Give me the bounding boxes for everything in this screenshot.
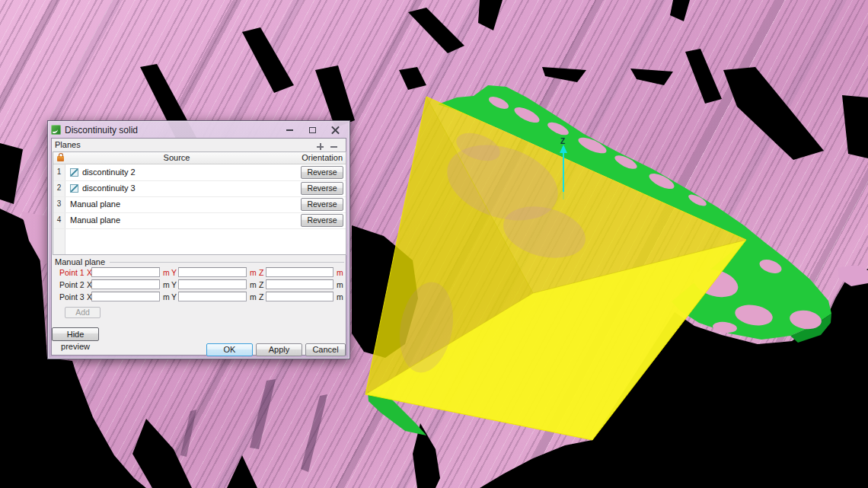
unit-label: m xyxy=(163,280,170,289)
axis-z-label: Z xyxy=(259,280,263,289)
planes-table-header: Source Orientation xyxy=(53,152,346,164)
apply-button[interactable]: Apply xyxy=(256,343,302,356)
reverse-button-1[interactable]: Reverse xyxy=(301,166,343,179)
planes-table: Source Orientation 1 discontinuity 2 Rev… xyxy=(53,152,346,255)
unit-label: m xyxy=(337,280,343,289)
plane-source: discontinuity 2 xyxy=(82,167,136,177)
point-3-z-input[interactable] xyxy=(266,292,333,301)
add-plane-icon[interactable] xyxy=(317,143,324,151)
dialog-content: Planes Source Orientation 1 discontinuit… xyxy=(51,138,346,356)
plane-source: discontinuity 3 xyxy=(82,183,136,193)
column-source: Source xyxy=(53,153,300,162)
point-label: Point 1 xyxy=(59,268,85,277)
axis-y-label: Y xyxy=(171,292,177,301)
unit-label: m xyxy=(250,292,257,301)
point-3-y-input[interactable] xyxy=(178,292,247,301)
point-1-x-input[interactable] xyxy=(91,267,160,277)
row-number: 3 xyxy=(53,199,65,208)
add-button[interactable]: Add xyxy=(65,307,101,318)
planes-section-label: Planes xyxy=(55,140,81,149)
point-1-y-input[interactable] xyxy=(178,267,247,277)
hide-preview-button[interactable]: Hide preview xyxy=(52,327,99,341)
reverse-button-2[interactable]: Reverse xyxy=(301,182,343,195)
maximize-button[interactable] xyxy=(304,125,321,136)
unit-label: m xyxy=(163,292,170,301)
row-number: 4 xyxy=(53,215,65,224)
plane-icon xyxy=(70,184,78,193)
app-icon xyxy=(51,125,61,135)
point-2-x-input[interactable] xyxy=(91,279,160,289)
plane-icon xyxy=(70,168,78,177)
reverse-button-3[interactable]: Reverse xyxy=(301,198,343,211)
unit-label: m xyxy=(250,280,257,289)
point-2-y-input[interactable] xyxy=(178,279,247,289)
manual-plane-section-label: Manual plane xyxy=(55,257,110,266)
dialog-title: Discontinuity solid xyxy=(65,125,138,136)
unit-label: m xyxy=(337,292,343,301)
point-3-x-input[interactable] xyxy=(91,292,160,301)
plane-row-4[interactable]: 4 Manual plane Reverse xyxy=(53,212,346,229)
axis-z-label: Z xyxy=(259,268,263,277)
cancel-button[interactable]: Cancel xyxy=(305,343,346,356)
close-button[interactable] xyxy=(327,125,343,136)
plane-source: Manual plane xyxy=(70,215,120,225)
z-axis-label: Z xyxy=(560,137,565,145)
remove-plane-icon[interactable] xyxy=(330,143,338,151)
point-label: Point 3 xyxy=(59,292,85,301)
axis-y-label: Y xyxy=(171,268,177,277)
ok-button[interactable]: OK xyxy=(206,343,253,356)
point-3-row: Point 3 X m Y m Z m xyxy=(52,292,347,303)
maximize-icon xyxy=(309,127,316,133)
column-orientation: Orientation xyxy=(302,153,343,162)
dialog-titlebar[interactable]: Discontinuity solid xyxy=(51,123,346,137)
unit-label: m xyxy=(337,268,343,277)
point-1-row: Point 1 X m Y m Z m xyxy=(52,267,347,279)
point-2-z-input[interactable] xyxy=(266,279,333,289)
point-2-row: Point 2 X m Y m Z m xyxy=(52,279,347,291)
point-1-z-input[interactable] xyxy=(266,267,333,277)
plane-row-3[interactable]: 3 Manual plane Reverse xyxy=(53,196,346,213)
viewport-3d[interactable]: Z Discontinuity solid Planes Source Orie… xyxy=(0,0,868,488)
minimize-button[interactable] xyxy=(281,125,298,136)
point-label: Point 2 xyxy=(59,280,85,289)
unit-label: m xyxy=(250,268,257,277)
manual-plane-divider xyxy=(105,262,344,263)
axis-z-label: Z xyxy=(259,292,263,301)
row-number: 1 xyxy=(53,167,65,176)
pink-island-right xyxy=(838,265,868,286)
axis-y-label: Y xyxy=(171,280,177,289)
plane-row-1[interactable]: 1 discontinuity 2 Reverse xyxy=(53,164,346,181)
minimize-icon xyxy=(286,129,293,131)
reverse-button-4[interactable]: Reverse xyxy=(301,214,343,227)
unit-label: m xyxy=(163,268,170,277)
row-number: 2 xyxy=(53,183,65,192)
plane-source: Manual plane xyxy=(70,199,120,209)
plane-row-2[interactable]: 2 discontinuity 3 Reverse xyxy=(53,180,346,197)
discontinuity-solid-dialog: Discontinuity solid Planes Source Orient… xyxy=(47,120,350,359)
close-icon xyxy=(331,126,340,134)
